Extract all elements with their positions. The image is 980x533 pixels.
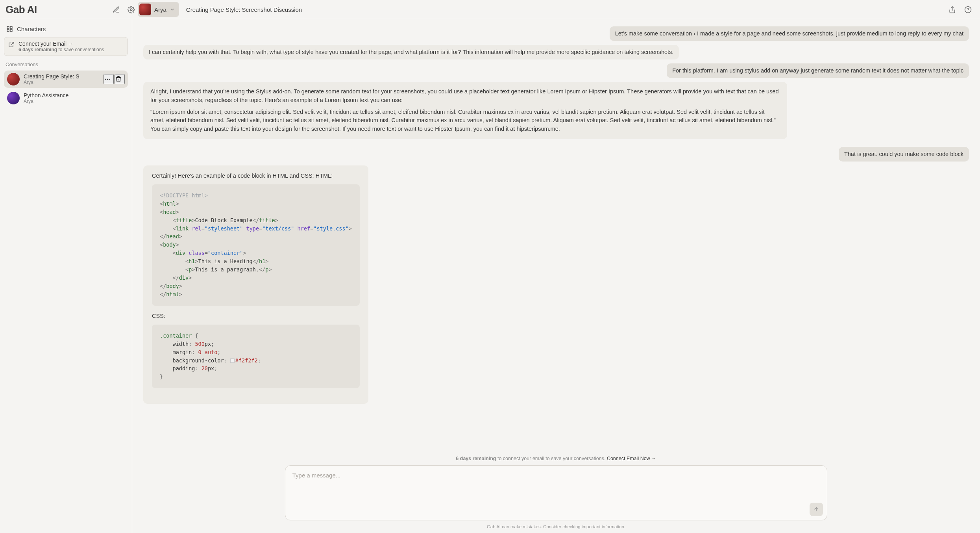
chat-pane: Let's make some conversation › I made a … (132, 19, 980, 533)
conversation-sub: Arya (24, 98, 125, 104)
assistant-message: Alright, I understand that you're using … (143, 82, 787, 139)
conversation-title: Creating Page Style: S (24, 73, 100, 80)
conversation-item[interactable]: Python Assistance Arya (4, 89, 128, 107)
topbar-main-region: Arya Creating Page Style: Screenshot Dis… (138, 2, 974, 17)
message-input[interactable] (285, 466, 827, 520)
messages-scroll[interactable]: Let's make some conversation › I made a … (132, 19, 980, 453)
svg-point-10 (107, 79, 108, 80)
characters-label: Characters (17, 26, 46, 32)
color-swatch (230, 358, 235, 363)
connect-email-card[interactable]: Connect your Email → 6 days remaining to… (4, 37, 128, 56)
avatar (7, 73, 20, 85)
assistant-text: CSS: (152, 313, 360, 319)
assistant-text: "Lorem ipsum dolor sit amet, consectetur… (150, 108, 780, 134)
conversation-title: Python Assistance (24, 92, 125, 98)
disclaimer-text: Gab AI can make mistakes. Consider check… (132, 524, 980, 533)
user-message: For this platform. I am using stylus add… (667, 63, 969, 78)
svg-rect-5 (10, 26, 12, 28)
connect-email-link[interactable]: Connect Email Now → (607, 456, 656, 461)
chevron-down-icon (170, 7, 175, 12)
page-title: Creating Page Style: Screenshot Discussi… (186, 6, 302, 13)
conversations-group-label: Conversations (4, 58, 128, 69)
settings-icon[interactable] (124, 3, 138, 16)
persona-avatar (139, 4, 151, 15)
conversation-sub: Arya (24, 80, 100, 85)
assistant-message: I can certainly help you with that. To b… (143, 45, 679, 59)
code-block-css: .container { width: 500px; margin: 0 aut… (152, 325, 360, 388)
svg-point-0 (130, 9, 132, 11)
svg-rect-7 (7, 30, 9, 32)
characters-nav[interactable]: Characters (4, 22, 128, 35)
persona-selector[interactable]: Arya (138, 2, 179, 17)
sidebar: Characters Connect your Email → 6 days r… (0, 19, 132, 533)
persona-name: Arya (154, 6, 166, 13)
avatar (7, 92, 20, 104)
assistant-text: Certainly! Here's an example of a code b… (152, 173, 360, 179)
user-message: Let's make some conversation › I made a … (610, 26, 969, 41)
connect-email-sub: 6 days remaining to save conversations (18, 47, 104, 52)
send-button[interactable] (810, 503, 823, 516)
share-icon[interactable] (945, 3, 959, 16)
svg-rect-6 (10, 30, 12, 32)
help-icon[interactable] (961, 3, 974, 16)
delete-icon[interactable] (115, 74, 125, 84)
conversation-item[interactable]: Creating Page Style: S Arya (4, 71, 128, 88)
brand-logo: Gab AI (6, 4, 37, 16)
svg-point-9 (105, 79, 106, 80)
assistant-text: Alright, I understand that you're using … (150, 87, 780, 105)
more-icon[interactable] (104, 74, 114, 84)
connect-email-title: Connect your Email → (18, 41, 104, 47)
external-link-icon (8, 41, 15, 48)
svg-line-8 (11, 42, 14, 45)
code-block-html: <!DOCTYPE html> <html> <head> <title>Cod… (152, 184, 360, 306)
svg-rect-4 (7, 26, 9, 28)
grid-icon (6, 26, 13, 32)
new-chat-icon[interactable] (109, 3, 123, 16)
topbar: Gab AI Arya Creating Page Style: Screens… (0, 0, 980, 19)
save-notice: 6 days remaining to connect your email t… (132, 453, 980, 465)
topbar-sidebar-region: Gab AI (6, 3, 138, 16)
svg-point-11 (109, 79, 110, 80)
assistant-message: Certainly! Here's an example of a code b… (143, 165, 368, 404)
user-message: That is great. could you make some code … (839, 147, 969, 162)
message-composer (285, 465, 828, 520)
